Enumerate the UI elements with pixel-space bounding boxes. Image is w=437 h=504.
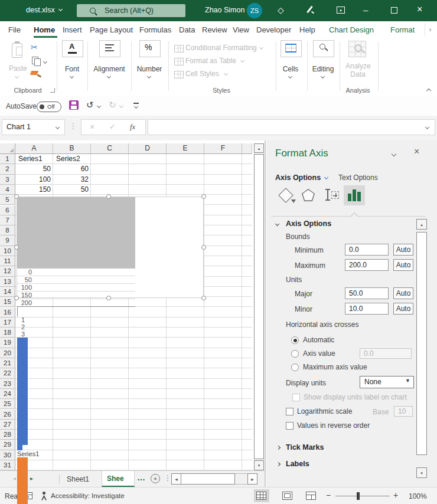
hscroll-right-icon[interactable]: ▸ bbox=[247, 473, 257, 485]
panel-scroll-down-icon[interactable]: ▾ bbox=[416, 467, 427, 478]
zoom-out-icon[interactable]: − bbox=[326, 490, 331, 500]
cell-styles-button[interactable]: Cell Styles bbox=[185, 70, 219, 78]
row-header[interactable]: 3 bbox=[0, 175, 15, 185]
font-dropdown-icon[interactable] bbox=[70, 74, 74, 78]
legend-swatch[interactable] bbox=[17, 445, 22, 450]
row-header[interactable]: 17 bbox=[0, 318, 15, 328]
axis-options-collapse-icon[interactable] bbox=[275, 222, 279, 226]
autosave-toggle[interactable]: Off bbox=[37, 102, 61, 112]
alignment-dropdown-icon[interactable] bbox=[107, 74, 111, 78]
row-header[interactable]: 20 bbox=[0, 348, 15, 358]
labels-chevron-icon[interactable] bbox=[276, 462, 281, 466]
chart-bar[interactable] bbox=[17, 457, 28, 479]
tab-page-layout[interactable]: Page Layout bbox=[90, 25, 133, 34]
minor-input[interactable]: 10.0 bbox=[345, 303, 389, 315]
row-header[interactable]: 5 bbox=[0, 195, 15, 205]
undo-dropdown-icon[interactable] bbox=[97, 104, 101, 108]
column-header[interactable]: A bbox=[15, 143, 53, 154]
column-header[interactable]: B bbox=[53, 143, 91, 154]
row-header[interactable]: 15 bbox=[0, 297, 15, 307]
editing-dropdown-icon[interactable] bbox=[321, 74, 325, 78]
alignment-group-button[interactable]: Alignment bbox=[90, 65, 128, 73]
axis-value-radio[interactable] bbox=[291, 350, 299, 358]
name-box-dropdown-icon[interactable] bbox=[56, 125, 60, 129]
row-header[interactable]: 11 bbox=[0, 256, 15, 266]
tab-developer[interactable]: Developer bbox=[256, 25, 291, 34]
axis-options-chevron-icon[interactable] bbox=[324, 175, 328, 179]
chart-bar[interactable] bbox=[17, 355, 28, 391]
maximum-input[interactable]: 200.0 bbox=[345, 259, 389, 271]
row-header[interactable]: 22 bbox=[0, 368, 15, 378]
analyze-data-button-line2[interactable]: Data bbox=[345, 70, 370, 78]
panel-scroll-thumb[interactable] bbox=[416, 232, 427, 455]
axis-value-radio-label[interactable]: Axis value bbox=[303, 349, 335, 358]
panel-tab-axis-options[interactable]: Axis Options bbox=[275, 174, 321, 182]
tab-file[interactable]: File bbox=[8, 25, 21, 34]
chart-handle-se[interactable] bbox=[201, 296, 206, 300]
document-title-chevron-icon[interactable] bbox=[58, 7, 63, 11]
grid-vscroll-thumb[interactable] bbox=[254, 154, 264, 459]
minimize-button[interactable]: – bbox=[363, 5, 368, 15]
formula-input[interactable] bbox=[148, 119, 435, 135]
chart-bar[interactable] bbox=[17, 490, 28, 504]
logarithmic-scale-label[interactable]: Logarithmic scale bbox=[297, 407, 352, 415]
font-icon[interactable]: A bbox=[62, 40, 83, 57]
automatic-radio[interactable] bbox=[291, 336, 299, 344]
gem-icon[interactable]: ◇ bbox=[278, 5, 284, 15]
panel-close-icon[interactable]: × bbox=[414, 146, 419, 157]
minimum-input[interactable]: 0.0 bbox=[345, 244, 389, 256]
customize-qat-icon[interactable] bbox=[133, 103, 139, 104]
column-header[interactable]: F bbox=[204, 143, 242, 154]
user-name[interactable]: Zhao Simon bbox=[205, 6, 244, 14]
tab-home[interactable]: Home bbox=[34, 25, 55, 34]
panel-scrollbar[interactable]: ▴ ▾ bbox=[416, 219, 427, 479]
accessibility-icon[interactable] bbox=[40, 492, 47, 500]
row-header[interactable]: 26 bbox=[0, 410, 15, 420]
automatic-radio-label[interactable]: Automatic bbox=[303, 336, 334, 344]
display-units-dropdown[interactable]: None ▼ bbox=[360, 376, 414, 388]
sheetbar-dots-icon[interactable]: ⋮ bbox=[164, 474, 171, 482]
row-header[interactable]: 6 bbox=[0, 205, 15, 215]
grid-cell[interactable]: 50 bbox=[15, 164, 53, 174]
maximum-auto-button[interactable]: Auto bbox=[393, 259, 413, 271]
grid-cell[interactable]: 32 bbox=[53, 175, 91, 185]
maximum-axis-value-radio[interactable] bbox=[291, 364, 299, 371]
sheet-overflow-dots[interactable]: … bbox=[137, 473, 145, 482]
row-header[interactable]: 13 bbox=[0, 277, 15, 287]
grid-cell[interactable]: 60 bbox=[53, 164, 91, 174]
cut-icon[interactable]: ✂ bbox=[31, 42, 38, 52]
chart-handle-nw[interactable] bbox=[14, 194, 19, 199]
sheet-tab-sheet1[interactable]: Sheet1 bbox=[67, 475, 89, 483]
axis-options-section-header[interactable]: Axis Options bbox=[286, 220, 331, 228]
row-header[interactable]: 23 bbox=[0, 379, 15, 389]
zoom-level[interactable]: 100% bbox=[409, 492, 427, 500]
paste-dropdown-icon[interactable] bbox=[15, 74, 19, 78]
embedded-chart[interactable]: 050100150200123Series1Series2 bbox=[17, 197, 204, 298]
column-header[interactable] bbox=[242, 143, 252, 154]
chart-handle-ne[interactable] bbox=[201, 194, 206, 199]
row-header[interactable]: 19 bbox=[0, 338, 15, 348]
number-icon[interactable]: % bbox=[139, 40, 161, 57]
cells-dropdown-icon[interactable] bbox=[288, 74, 292, 78]
sheet-nav-next-icon[interactable]: ▸ bbox=[30, 475, 33, 482]
row-header[interactable]: 16 bbox=[0, 307, 15, 318]
chart-bar[interactable] bbox=[17, 338, 28, 355]
tab-review[interactable]: Review bbox=[202, 25, 227, 34]
chart-handle-s[interactable] bbox=[106, 296, 111, 300]
row-header[interactable]: 27 bbox=[0, 420, 15, 430]
number-dropdown-icon[interactable] bbox=[147, 74, 151, 78]
hscroll-left-icon[interactable]: ◂ bbox=[171, 473, 181, 485]
ribbon-display-options-icon[interactable]: ▴ bbox=[337, 6, 345, 14]
labels-section[interactable]: Labels bbox=[286, 460, 309, 468]
insert-function-icon[interactable]: fx bbox=[130, 123, 135, 132]
zoom-in-icon[interactable]: + bbox=[393, 490, 398, 500]
conditional-formatting-button[interactable]: Conditional Formatting bbox=[185, 44, 257, 52]
major-input[interactable]: 50.0 bbox=[345, 287, 389, 299]
format-as-table-button[interactable]: Format as Table bbox=[185, 57, 236, 65]
chart-bar[interactable] bbox=[17, 391, 28, 445]
customize-qat-chevron-icon[interactable] bbox=[134, 104, 138, 109]
values-reverse-checkbox[interactable] bbox=[286, 422, 293, 430]
row-header[interactable]: 10 bbox=[0, 246, 15, 256]
row-header[interactable]: 4 bbox=[0, 185, 15, 195]
view-page-layout-icon[interactable] bbox=[282, 492, 292, 500]
